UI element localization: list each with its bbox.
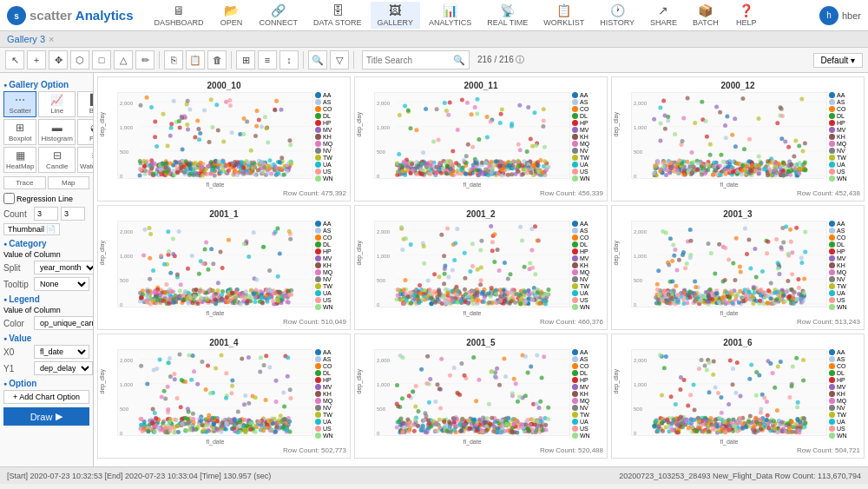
- svg-point-787: [464, 172, 468, 176]
- tool-poly[interactable]: △: [114, 50, 133, 69]
- svg-point-436: [431, 140, 436, 144]
- chart-type-candle[interactable]: ⊟ Candle: [38, 147, 75, 173]
- svg-point-3240: [429, 425, 433, 429]
- chart-type-waterfall[interactable]: ≡ WaterFall: [77, 147, 94, 173]
- svg-point-2447: [769, 281, 773, 285]
- tool-cursor[interactable]: ↖: [5, 50, 24, 69]
- chart-type-pie[interactable]: ◕ Pie: [77, 119, 94, 145]
- chart-card-5: 2001_3dep_dlay05001,0002,000fl_dateAAASC…: [611, 205, 865, 330]
- tool-move[interactable]: ✥: [49, 50, 68, 69]
- nav-worklist[interactable]: 📋 WORKLIST: [536, 2, 591, 29]
- svg-point-784: [419, 168, 424, 172]
- nav-analytics[interactable]: 📊 ANALYTICS: [422, 2, 478, 29]
- svg-point-1167: [770, 173, 774, 177]
- svg-point-2261: [766, 240, 770, 244]
- svg-point-1583: [148, 256, 152, 261]
- tool-select[interactable]: □: [92, 50, 111, 69]
- svg-point-1664: [470, 241, 475, 246]
- nav-dashboard[interactable]: 🖥 DASHBOARD: [148, 2, 211, 29]
- nav-help[interactable]: ❓ HELP: [727, 2, 766, 29]
- legend-label: DL: [837, 241, 845, 248]
- x0-select[interactable]: fl_date: [34, 345, 89, 359]
- svg-point-2724: [178, 353, 182, 357]
- legend-label: WN: [580, 433, 590, 439]
- map-btn[interactable]: Map: [48, 176, 90, 189]
- regression-checkbox[interactable]: [3, 193, 15, 204]
- x-axis-label-8: fl_date: [631, 439, 827, 445]
- svg-point-1162: [753, 169, 758, 173]
- chart-type-scatter[interactable]: ⋯ Scatter: [3, 91, 36, 117]
- breadcrumb-gallery[interactable]: Gallery 3: [7, 34, 45, 44]
- split-label: Split: [3, 263, 31, 273]
- tool-sort[interactable]: ↕: [279, 50, 299, 69]
- svg-point-766: [526, 168, 530, 172]
- nav-share[interactable]: ↗ SHARE: [643, 2, 684, 29]
- nav-realtime[interactable]: 📡 REAL TIME: [480, 2, 535, 29]
- trace-btn[interactable]: Trace: [3, 176, 46, 189]
- svg-text:0: 0: [634, 174, 637, 179]
- svg-point-3262: [439, 357, 444, 361]
- svg-point-3665: [797, 428, 801, 433]
- nav-batch-label: BATCH: [693, 18, 719, 27]
- count-input-1[interactable]: [34, 207, 58, 221]
- svg-point-3036: [477, 378, 481, 382]
- svg-point-843: [757, 155, 761, 159]
- svg-point-1016: [793, 139, 798, 143]
- nav-history[interactable]: 🕐 HISTORY: [593, 2, 641, 29]
- nav-datastore[interactable]: 🗄 DATA STORE: [306, 2, 369, 29]
- svg-point-1194: [735, 169, 740, 174]
- nav-batch[interactable]: 📦 BATCH: [686, 2, 726, 29]
- nav-gallery[interactable]: 🖼 GALLERY: [371, 2, 420, 29]
- tool-delete[interactable]: 🗑: [207, 50, 227, 69]
- nav-connect[interactable]: 🔗 CONNECT: [253, 2, 306, 29]
- legend-item: KH: [572, 391, 603, 397]
- count-input-2[interactable]: [61, 207, 85, 221]
- tool-zoom-in[interactable]: 🔍: [308, 50, 327, 69]
- search-input[interactable]: [366, 56, 453, 65]
- tool-plus[interactable]: +: [27, 50, 46, 69]
- chart-type-bar[interactable]: ▊ Bar: [77, 91, 94, 117]
- chart-footer-1: Row Count: 456,339: [358, 189, 603, 197]
- y1-select[interactable]: dep_delay: [34, 361, 93, 375]
- add-chart-option-btn[interactable]: + Add Chart Option: [3, 390, 89, 404]
- color-select[interactable]: op_unique_carrier: [34, 316, 94, 330]
- thumbnail-btn[interactable]: Thumbnail 📄: [3, 223, 60, 235]
- svg-point-2449: [745, 297, 749, 301]
- draw-btn[interactable]: Draw ▶: [3, 407, 89, 426]
- svg-point-3195: [528, 422, 532, 426]
- svg-text:2,000: 2,000: [120, 229, 134, 235]
- svg-point-585: [437, 137, 441, 142]
- svg-point-1140: [721, 160, 726, 164]
- tool-paste[interactable]: 📋: [186, 50, 205, 69]
- svg-point-2390: [727, 257, 731, 261]
- svg-point-2023: [417, 298, 421, 302]
- svg-text:0: 0: [120, 302, 123, 307]
- svg-point-345: [279, 155, 284, 160]
- tool-filter[interactable]: ▽: [330, 50, 349, 69]
- chart-type-heatmap[interactable]: ▦ HeatMap: [3, 147, 36, 173]
- nav-open[interactable]: 📂 OPEN: [213, 2, 251, 29]
- svg-point-3646: [784, 430, 788, 434]
- tool-lasso[interactable]: ⬡: [70, 50, 89, 69]
- tool-table[interactable]: ≡: [258, 50, 277, 69]
- svg-point-49: [249, 149, 253, 153]
- tool-copy[interactable]: ⎘: [164, 50, 183, 69]
- tool-pen[interactable]: ✏: [135, 50, 155, 69]
- default-dropdown[interactable]: Default ▾: [813, 53, 863, 68]
- tooltip-select[interactable]: None: [34, 277, 89, 291]
- tool-grid[interactable]: ⊞: [236, 50, 255, 69]
- svg-point-335: [266, 171, 270, 175]
- nav-dashboard-label: DASHBOARD: [155, 18, 204, 27]
- svg-point-3264: [472, 418, 477, 422]
- legend-label: TW: [837, 155, 846, 161]
- svg-point-1237: [267, 268, 272, 273]
- split-select[interactable]: year_month: [34, 261, 94, 274]
- svg-point-404: [267, 167, 272, 171]
- chart-type-histogram[interactable]: ▬ Histogram: [38, 119, 75, 145]
- chart-type-line[interactable]: 📈 Line: [38, 91, 75, 117]
- svg-point-3673: [678, 416, 682, 420]
- legend-item: MQ: [315, 141, 346, 147]
- svg-point-3450: [709, 423, 713, 427]
- chart-type-boxplot[interactable]: ⊞ Boxplot: [3, 119, 36, 145]
- svg-point-1632: [193, 294, 197, 299]
